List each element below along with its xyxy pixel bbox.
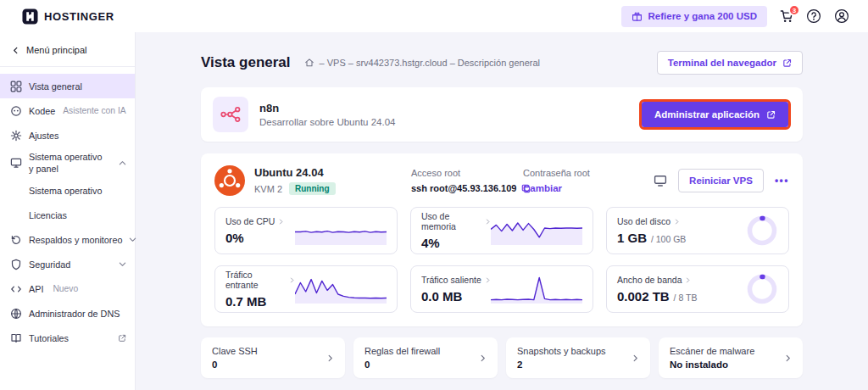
stat-value: 0.002 TB xyxy=(617,289,670,304)
malware-scanner-card[interactable]: Escáner de malware No instalado xyxy=(659,337,803,378)
mini-card-info: Clave SSH 0 xyxy=(212,346,258,370)
annotation-highlight: Administrar aplicación xyxy=(639,99,791,130)
stat-value: 0.0 MB xyxy=(421,289,491,304)
more-options-button[interactable]: ••• xyxy=(775,175,789,187)
chevron-down-icon xyxy=(129,236,136,243)
mini-card-value: 0 xyxy=(212,359,258,370)
stat-card-outbound-traffic[interactable]: Tráfico saliente 0.0 MB xyxy=(410,265,593,313)
topbar: HOSTINGER Refiere y gana 200 USD 3 xyxy=(0,0,868,32)
browser-terminal-button[interactable]: Terminal del navegador xyxy=(657,51,803,75)
sidebar-item-kodee[interactable]: Kodee Asistente con IA xyxy=(0,98,135,123)
mini-card-label: Reglas del firewall xyxy=(364,346,440,356)
vps-card: Ubuntu 24.04 KVM 2 Running Acceso root s… xyxy=(201,153,803,326)
vps-meta: KVM 2 Running xyxy=(254,182,336,195)
chevron-right-icon xyxy=(485,219,491,225)
help-button[interactable] xyxy=(806,8,821,24)
sidebar-item-tutoriales[interactable]: Tutoriales xyxy=(0,326,135,350)
manage-application-label: Administrar aplicación xyxy=(654,109,760,120)
firewall-rules-card[interactable]: Reglas del firewall 0 xyxy=(353,337,498,378)
stat-label: Ancho de banda xyxy=(617,275,682,285)
sidebar-label: Ajustes xyxy=(29,131,58,141)
bandwidth-usage-donut xyxy=(746,273,778,305)
sidebar-item-seguridad[interactable]: Seguridad xyxy=(0,252,135,276)
application-info: n8n Desarrollar sobre Ubuntu 24.04 xyxy=(259,102,395,127)
sidebar-item-sistema-operativo-panel[interactable]: Sistema operativo y panel xyxy=(0,148,135,178)
chevron-right-icon xyxy=(632,354,639,362)
external-link-icon xyxy=(766,110,776,120)
stat-label: Tráfico saliente xyxy=(421,275,481,285)
backup-restore-icon xyxy=(10,234,22,246)
mini-card-label: Snapshots y backups xyxy=(517,346,606,356)
external-link-icon xyxy=(782,58,792,68)
root-access-label: Acceso root xyxy=(411,168,523,178)
grid-icon xyxy=(10,81,22,92)
memory-usage-sparkline xyxy=(491,215,582,246)
stat-card-memory[interactable]: Uso de memoria 4% xyxy=(410,207,593,254)
ubuntu-logo-icon xyxy=(214,165,245,196)
sidebar-suffix: Asistente con IA xyxy=(63,106,125,115)
sidebar-label: Seguridad xyxy=(29,259,70,270)
home-icon xyxy=(304,58,314,68)
snapshots-backups-card[interactable]: Snapshots y backups 2 xyxy=(506,337,650,378)
cart-button[interactable]: 3 xyxy=(780,9,793,23)
outbound-traffic-sparkline xyxy=(491,274,582,304)
breadcrumb-text: – VPS – srv442373.hstgr.cloud – Descripc… xyxy=(320,58,541,68)
external-link-icon xyxy=(118,334,126,343)
sidebar-item-licencias[interactable]: Licencias xyxy=(0,203,135,227)
vps-plan: KVM 2 xyxy=(254,184,282,194)
chevron-down-icon xyxy=(119,260,126,268)
ssh-command: ssh root@45.93.136.109 xyxy=(411,183,523,193)
cart-badge: 3 xyxy=(788,4,800,16)
stat-suffix: / 8 TB xyxy=(671,292,698,303)
kodee-ai-icon xyxy=(10,105,22,117)
sidebar-item-administrador-dns[interactable]: Administrador de DNS xyxy=(0,301,135,326)
manage-application-button[interactable]: Administrar aplicación xyxy=(642,102,788,127)
restart-vps-button[interactable]: Reiniciar VPS xyxy=(678,169,764,192)
mini-card-value: No instalado xyxy=(670,359,754,370)
root-password-block: Contraseña root Cambiar xyxy=(523,168,590,193)
page-title: Vista general xyxy=(201,54,291,71)
vps-header: Ubuntu 24.04 KVM 2 Running Acceso root s… xyxy=(214,165,789,196)
vps-actions: Reiniciar VPS ••• xyxy=(654,169,789,192)
chevron-left-icon xyxy=(12,47,19,54)
sidebar-label: Administrador de DNS xyxy=(29,309,120,319)
sidebar-label: Tutoriales xyxy=(29,333,69,343)
sidebar: Menú principal Vista general Kodee Asist… xyxy=(0,32,136,390)
stat-card-cpu[interactable]: Uso de CPU 0% xyxy=(214,207,398,254)
stat-label: Tráfico entrante xyxy=(225,270,286,290)
breadcrumb[interactable]: – VPS – srv442373.hstgr.cloud – Descripc… xyxy=(304,58,541,68)
chevron-right-icon xyxy=(278,219,284,225)
root-access-block: Acceso root ssh root@45.93.136.109 xyxy=(411,168,523,193)
stat-card-inbound-traffic[interactable]: Tráfico entrante 0.7 MB xyxy=(214,265,398,313)
change-password-link[interactable]: Cambiar xyxy=(523,183,590,193)
disk-usage-donut xyxy=(746,214,778,247)
sidebar-item-sistema-operativo[interactable]: Sistema operativo xyxy=(0,178,135,203)
page-header: Vista general – VPS – srv442373.hstgr.cl… xyxy=(201,51,803,75)
console-icon[interactable] xyxy=(654,174,667,187)
stat-card-disk[interactable]: Uso del disco 1 GB / 100 GB xyxy=(606,207,789,254)
gift-icon xyxy=(632,11,643,22)
stat-value: 0.7 MB xyxy=(225,294,295,309)
stat-card-bandwidth[interactable]: Ancho de banda 0.002 TB / 8 TB xyxy=(606,265,789,313)
chevron-up-icon xyxy=(119,159,126,167)
sidebar-item-respaldos-monitoreo[interactable]: Respaldos y monitoreo xyxy=(0,227,135,252)
refer-and-earn-button[interactable]: Refiere y gana 200 USD xyxy=(621,6,767,27)
help-icon xyxy=(806,8,821,24)
chevron-right-icon xyxy=(479,354,487,362)
mini-card-value: 0 xyxy=(364,359,440,370)
stat-label: Uso de memoria xyxy=(421,211,481,231)
sidebar-item-vista-general[interactable]: Vista general xyxy=(0,74,135,98)
inbound-traffic-sparkline xyxy=(295,274,387,304)
back-to-main-menu[interactable]: Menú principal xyxy=(0,32,135,66)
stat-label: Uso de CPU xyxy=(225,216,275,226)
sidebar-item-ajustes[interactable]: Ajustes xyxy=(0,123,135,148)
os-info: Ubuntu 24.04 KVM 2 Running xyxy=(254,166,336,195)
chevron-right-icon xyxy=(485,277,491,283)
hostinger-logo[interactable]: HOSTINGER xyxy=(22,8,114,25)
page-header-left: Vista general – VPS – srv442373.hstgr.cl… xyxy=(201,54,540,71)
mini-card-info: Escáner de malware No instalado xyxy=(670,346,754,370)
sidebar-item-api[interactable]: API Nuevo xyxy=(0,276,135,301)
account-button[interactable] xyxy=(834,8,849,24)
ssh-keys-card[interactable]: Clave SSH 0 xyxy=(201,337,345,378)
code-icon xyxy=(10,283,22,295)
